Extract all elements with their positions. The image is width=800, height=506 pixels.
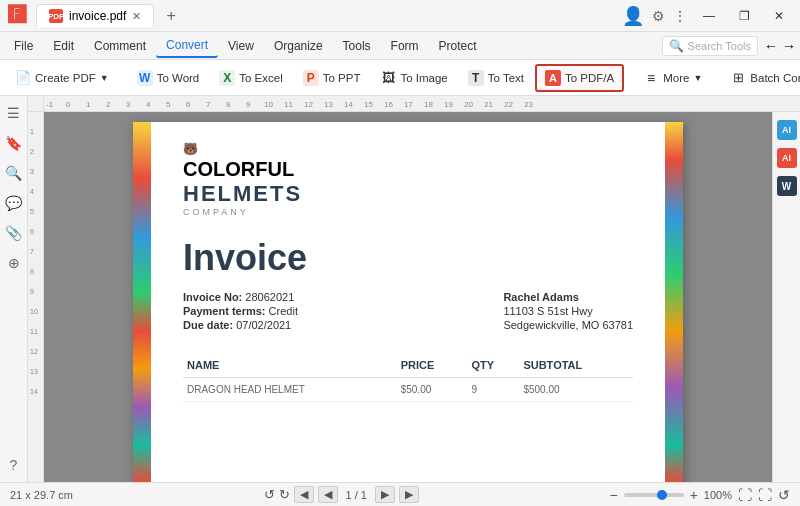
more-button[interactable]: ≡ More ▼	[634, 65, 711, 91]
svg-text:6: 6	[30, 228, 34, 235]
menu-edit[interactable]: Edit	[43, 35, 84, 57]
svg-text:10: 10	[264, 100, 273, 109]
svg-text:16: 16	[384, 100, 393, 109]
sidebar-search-icon[interactable]: 🔍	[5, 164, 23, 182]
tab-close-button[interactable]: ✕	[132, 10, 141, 23]
svg-text:11: 11	[30, 328, 38, 335]
recipient-address: 11103 S 51st Hwy	[503, 305, 633, 317]
viewer-area: -1 0 1 2 3 4 5 6 7 8 9 10 11 12 13 14 15	[28, 96, 800, 482]
row-price: $50.00	[397, 378, 468, 402]
rotate-right-icon[interactable]: ↻	[279, 487, 290, 502]
sidebar-attachment-icon[interactable]: 📎	[5, 224, 23, 242]
minimize-button[interactable]: —	[695, 7, 723, 25]
to-image-button[interactable]: 🖼 To Image	[371, 65, 456, 91]
next-page-button[interactable]: ◀	[318, 486, 338, 503]
fit-page-icon[interactable]: ⛶	[738, 487, 752, 503]
invoice-right-details: Rachel Adams 11103 S 51st Hwy Sedgewickv…	[503, 289, 633, 333]
svg-text:9: 9	[246, 100, 251, 109]
to-text-button[interactable]: T To Text	[459, 65, 533, 91]
svg-text:10: 10	[30, 308, 38, 315]
svg-text:9: 9	[30, 288, 34, 295]
pdf-tab[interactable]: PDF invoice.pdf ✕	[36, 4, 154, 27]
ai-tool-icon[interactable]: AI	[777, 148, 797, 168]
svg-text:19: 19	[444, 100, 453, 109]
strip-left	[133, 122, 151, 482]
svg-text:8: 8	[226, 100, 231, 109]
sidebar-help-icon[interactable]: ?	[5, 456, 23, 474]
svg-text:3: 3	[30, 168, 34, 175]
svg-text:13: 13	[30, 368, 38, 375]
table-row: DRAGON HEAD HELMET $50.00 9 $500.00	[183, 378, 633, 402]
col-subtotal: SUBTOTAL	[519, 353, 633, 378]
page-fwd-button[interactable]: ▶	[375, 486, 395, 503]
sidebar-layers-icon[interactable]: ⊕	[5, 254, 23, 272]
rotate-left-icon[interactable]: ↺	[264, 487, 275, 502]
menu-dots-icon[interactable]: ⋮	[673, 8, 687, 24]
svg-text:18: 18	[424, 100, 433, 109]
menu-form[interactable]: Form	[381, 35, 429, 57]
pdf-page: 🐻 COLORFUL HELMETS COMPANY Invoice	[133, 122, 683, 482]
title-bar: 🅿 PDF invoice.pdf ✕ + 👤 ⚙ ⋮ — ❐ ✕	[0, 0, 800, 32]
payment-terms: Payment terms: Credit	[183, 305, 298, 317]
to-word-button[interactable]: W To Word	[128, 65, 209, 91]
more-icon: ≡	[643, 70, 659, 86]
viewer-row: 1 2 3 4 5 6 7 8 9 10 11 12 13 14	[28, 112, 800, 482]
menu-convert[interactable]: Convert	[156, 34, 218, 58]
prev-page-button[interactable]: ◀	[294, 486, 314, 503]
ai-assistant-icon[interactable]: AI	[777, 120, 797, 140]
menu-file[interactable]: File	[4, 35, 43, 57]
zoom-slider[interactable]	[624, 493, 684, 497]
to-excel-button[interactable]: X To Excel	[210, 65, 291, 91]
svg-text:4: 4	[30, 188, 34, 195]
zoom-in-button[interactable]: +	[690, 487, 698, 503]
word-tool-icon[interactable]: W	[777, 176, 797, 196]
svg-text:3: 3	[126, 100, 131, 109]
svg-text:7: 7	[30, 248, 34, 255]
menu-protect[interactable]: Protect	[429, 35, 487, 57]
fullscreen-icon[interactable]: ⛶	[758, 487, 772, 503]
svg-text:21: 21	[484, 100, 493, 109]
svg-text:22: 22	[504, 100, 513, 109]
close-button[interactable]: ✕	[766, 7, 792, 25]
excel-icon: X	[219, 70, 235, 86]
back-nav-icon[interactable]: ←	[764, 38, 778, 54]
svg-text:6: 6	[186, 100, 191, 109]
create-pdf-dropdown-icon: ▼	[100, 73, 109, 83]
settings-icon[interactable]: ⚙	[652, 8, 665, 24]
zoom-controls: − + 100% ⛶ ⛶ ↺	[609, 487, 790, 503]
svg-text:11: 11	[284, 100, 293, 109]
search-tools[interactable]: 🔍 Search Tools	[662, 36, 758, 56]
batch-convert-button[interactable]: ⊞ Batch Convert	[721, 65, 800, 91]
page-last-button[interactable]: ▶	[399, 486, 419, 503]
row-name: DRAGON HEAD HELMET	[183, 378, 397, 402]
bear-icon: 🐻	[183, 142, 633, 156]
text-icon: T	[468, 70, 484, 86]
maximize-button[interactable]: ❐	[731, 7, 758, 25]
image-icon: 🖼	[380, 70, 396, 86]
row-subtotal: $500.00	[519, 378, 633, 402]
profile-icon[interactable]: 👤	[622, 5, 644, 27]
menu-bar: File Edit Comment Convert View Organize …	[0, 32, 800, 60]
invoice-table: NAME PRICE QTY SUBTOTAL DRAGON HEAD HELM…	[183, 353, 633, 402]
refresh-icon[interactable]: ↺	[778, 487, 790, 503]
app-icon: 🅿	[8, 5, 26, 26]
create-pdf-button[interactable]: 📄 Create PDF ▼	[6, 65, 118, 91]
sidebar-comment-icon[interactable]: 💬	[5, 194, 23, 212]
to-pdfa-label: To PDF/A	[565, 72, 614, 84]
sidebar-menu-icon[interactable]: ☰	[5, 104, 23, 122]
word-icon: W	[137, 70, 153, 86]
add-tab-button[interactable]: +	[160, 7, 181, 25]
menu-view[interactable]: View	[218, 35, 264, 57]
tab-title: invoice.pdf	[69, 9, 126, 23]
menu-organize[interactable]: Organize	[264, 35, 333, 57]
forward-nav-icon[interactable]: →	[782, 38, 796, 54]
sidebar-bookmark-icon[interactable]: 🔖	[5, 134, 23, 152]
svg-text:23: 23	[524, 100, 533, 109]
menu-comment[interactable]: Comment	[84, 35, 156, 57]
to-ppt-button[interactable]: P To PPT	[294, 65, 370, 91]
menu-tools[interactable]: Tools	[333, 35, 381, 57]
title-bar-right: 👤 ⚙ ⋮ — ❐ ✕	[622, 5, 792, 27]
svg-text:1: 1	[30, 128, 34, 135]
to-pdfa-button[interactable]: A To PDF/A	[535, 64, 624, 92]
zoom-out-button[interactable]: −	[609, 487, 617, 503]
